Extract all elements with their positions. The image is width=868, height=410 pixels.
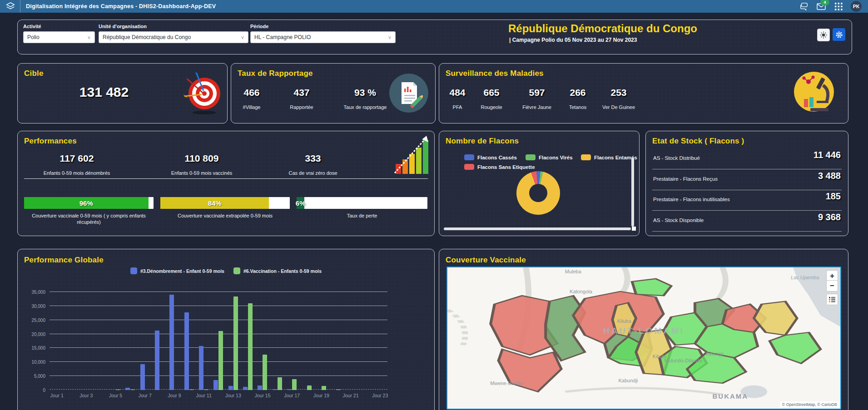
apps-grid-icon[interactable] — [833, 1, 843, 11]
theme-brightness-button[interactable] — [817, 29, 830, 41]
legend-swatch — [581, 154, 591, 160]
rougeole-count: 665 — [471, 87, 512, 98]
stock-row-label: Prestataire - Flacons Reçus — [653, 176, 718, 182]
bar-group: Jour 13 — [226, 292, 240, 390]
performances-title: Performances — [24, 137, 77, 146]
legend-swatch — [526, 154, 536, 160]
map-regions — [447, 267, 840, 409]
stock-row-value: 11 446 — [813, 150, 841, 160]
horizontal-scrollbar[interactable] — [444, 227, 631, 230]
chevron-down-icon: ∨ — [241, 35, 244, 40]
progress-label: Taux de perte — [297, 212, 427, 219]
rapportee-count: 437 — [274, 87, 329, 98]
stock-row-value: 185 — [826, 191, 841, 202]
orgunit-select[interactable]: République Démocratique du Congo ∨ — [99, 31, 248, 43]
stock-row-value: 9 368 — [818, 212, 841, 222]
bar-group: Jour 5 — [108, 292, 123, 390]
bar-group: Jour 7 — [138, 292, 152, 390]
tetanos-count: 266 — [557, 87, 598, 98]
legend-item-flacons-casses[interactable]: Flacons Cassés — [464, 154, 517, 160]
cible-value: 131 482 — [18, 84, 190, 100]
map-place-label: Mwene-Banda — [490, 380, 522, 386]
legend-item-vaccination[interactable]: #6.Vaccination - Enfants 0-59 mois — [233, 267, 322, 274]
legend-item-denombrement[interactable]: #3.Dénombrement - Enfant 0-59 mois — [130, 267, 224, 274]
chevron-down-icon: ∨ — [388, 35, 392, 40]
flacons-card: Nombre de Flacons Flacons Cassés Flacons… — [439, 131, 640, 236]
map-place-label: Lac Upemba — [791, 275, 819, 280]
legend-item-flacons-sans-etiquette[interactable]: Flacons Sans Etiquette — [464, 164, 535, 170]
map-zoom-out-button[interactable]: − — [826, 280, 838, 291]
bar-group — [329, 292, 343, 390]
legend-item-flacons-entames[interactable]: Flacons Entamés — [581, 154, 637, 160]
legend-swatch — [464, 164, 474, 170]
bar-group — [211, 292, 226, 390]
divider — [652, 169, 842, 169]
map-place-label: Kabundji — [618, 378, 638, 383]
divider — [652, 210, 842, 211]
mail-icon[interactable]: 4 — [816, 1, 826, 11]
app-title: Digitalisation Intégrée des Campagnes - … — [26, 3, 216, 10]
taux-rapportage-title: Taux de Rapportage — [238, 69, 313, 78]
denombres-label: Enfants 0-59 mois dénombrés — [27, 170, 127, 176]
bar-group: Jour 1 — [50, 292, 64, 390]
progress-value: 96% — [79, 199, 93, 207]
map-place-label: BUKAMA — [712, 392, 748, 400]
map-layers-button[interactable] — [826, 294, 838, 305]
stock-row-label: AS - Stock Distribué — [653, 155, 700, 161]
divider — [20, 0, 20, 13]
progress-value: 6% — [296, 199, 306, 207]
map-place-label: Kiluba — [617, 318, 631, 324]
vaccines-label: Enfants 0-59 mois vaccinés — [154, 170, 249, 176]
messages-icon[interactable] — [799, 1, 809, 11]
campaign-subtitle: | Campagne Polio du 05 Nov 2023 au 27 No… — [509, 37, 637, 43]
filter-bar: Activité Polio ∨ Unité d'organisation Ré… — [17, 20, 852, 54]
mail-badge: 4 — [820, 0, 829, 5]
bar-group: Jour 11 — [196, 292, 211, 390]
stock-title: Etat de Stock ( Flacons ) — [652, 137, 744, 146]
vertical-scrollbar[interactable] — [631, 158, 634, 227]
ver-guinee-label: Ver De Guinee — [594, 104, 644, 110]
legend-item-flacons-vires[interactable]: Flacons Virés — [526, 154, 573, 160]
bar-group: Jour 9 — [167, 292, 182, 390]
ver-guinee-count: 253 — [594, 87, 644, 98]
village-count: 466 — [231, 87, 272, 98]
activity-select-value: Polio — [27, 34, 40, 40]
bar-group — [358, 292, 372, 390]
divider — [652, 190, 842, 190]
bar-group: Jour 15 — [255, 292, 270, 390]
bar-group: Jour 17 — [285, 292, 299, 390]
progress-label: Couverture vaccinale 0-59 mois ( y compr… — [24, 212, 154, 225]
bar-group — [270, 292, 284, 390]
choropleth-map[interactable]: MulebaKatongolaLac UpembaHAUT-LOMAMIKilu… — [446, 267, 841, 410]
stock-card: Etat de Stock ( Flacons ) AS - Stock Dis… — [645, 131, 848, 236]
bar-group: Jour 21 — [343, 292, 358, 390]
progress-value: 84% — [208, 199, 222, 207]
period-select[interactable]: HL - Campagne POLIO ∨ — [250, 31, 396, 43]
flacons-title: Nombre de Flacons — [446, 137, 519, 146]
performances-card: Performances 117 602 Enfants 0-59 mois d… — [17, 131, 435, 236]
divider — [652, 231, 842, 232]
bar-group: Jour 23 — [373, 292, 387, 390]
app-logo-icon[interactable] — [5, 1, 16, 11]
map-place-label: HAUT-LOMAMI — [603, 326, 684, 336]
legend-swatch — [464, 154, 474, 160]
vaccines-count: 110 809 — [154, 153, 249, 164]
cible-card: Cible 131 482 — [17, 63, 228, 123]
bar-group: Jour 19 — [314, 292, 328, 390]
flacons-donut-chart — [516, 171, 560, 215]
progress-label: Couverture vaccinale extrapolée 0-59 moi… — [160, 212, 290, 219]
pfa-label: PFA — [439, 104, 476, 110]
map-place-label: Mulundo-Dilanda — [664, 358, 702, 363]
settings-gear-button[interactable] — [833, 28, 845, 41]
growth-chart-icon — [394, 134, 430, 180]
activity-filter-label: Activité — [23, 24, 95, 29]
activity-select[interactable]: Polio ∨ — [23, 31, 95, 43]
report-icon — [389, 73, 429, 115]
bar-group — [123, 292, 138, 390]
chart-legend: #3.Dénombrement - Enfant 0-59 mois #6.Va… — [18, 267, 434, 274]
denombres-count: 117 602 — [27, 153, 127, 164]
orgunit-select-value: République Démocratique du Congo — [103, 34, 191, 40]
bar-group — [64, 292, 79, 390]
map-place-label: Katongola — [570, 289, 592, 294]
user-avatar[interactable]: PK — [851, 1, 862, 12]
